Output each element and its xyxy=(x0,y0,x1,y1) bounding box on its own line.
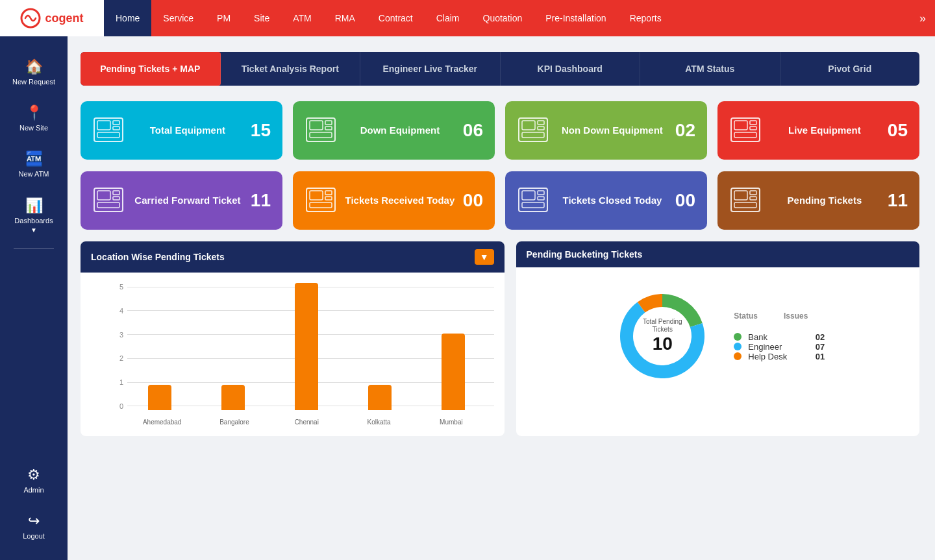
legend-item-bank: Bank 02 xyxy=(734,332,825,342)
sidebar-icon: ↪ xyxy=(28,513,40,530)
svg-rect-14 xyxy=(522,121,535,130)
tab-ticket-analysis-report[interactable]: Ticket Analysis Report xyxy=(221,52,361,86)
svg-rect-23 xyxy=(734,132,756,138)
nav-item-pm[interactable]: PM xyxy=(205,0,242,36)
sidebar-item-new-request[interactable]: 🏠New Request xyxy=(0,49,68,95)
sidebar-item-new-atm[interactable]: 🏧New ATM xyxy=(0,141,68,188)
legend-item-engineer: Engineer 07 xyxy=(734,342,825,352)
nav-item-claim[interactable]: Claim xyxy=(425,0,471,36)
card-label: Tickets Received Today xyxy=(345,195,455,206)
nav-item-quotation[interactable]: Quotation xyxy=(471,0,534,36)
sidebar-bottom: ⚙Admin↪Logout xyxy=(0,457,68,550)
nav-item-rma[interactable]: RMA xyxy=(323,0,367,36)
legend-count: 01 xyxy=(806,352,825,361)
svg-rect-17 xyxy=(522,132,544,138)
bar-group-chennai[interactable] xyxy=(273,283,341,410)
atm-icon xyxy=(729,187,762,214)
stat-card-tickets-received-today[interactable]: Tickets Received Today 00 xyxy=(293,171,495,230)
legend-name: Engineer xyxy=(748,342,800,352)
stat-cards-row1: Total Equipment 15 Down Equipment 06 Non… xyxy=(81,101,919,160)
card-body: Down Equipment xyxy=(360,125,440,136)
bar-group-ahemedabad[interactable] xyxy=(126,283,194,410)
x-label: Ahemedabad xyxy=(126,419,198,426)
bars-container xyxy=(126,283,488,410)
donut-center: Total PendingTickets 10 xyxy=(643,318,682,354)
filter-icon[interactable]: ▼ xyxy=(475,249,494,265)
atm-icon xyxy=(305,117,337,144)
stat-card-non-down-equipment[interactable]: Non Down Equipment 02 xyxy=(505,101,707,160)
stat-card-down-equipment[interactable]: Down Equipment 06 xyxy=(293,101,495,160)
card-label: Pending Tickets xyxy=(788,195,862,206)
x-label: Kolkatta xyxy=(343,419,415,426)
nav-item-site[interactable]: Site xyxy=(242,0,281,36)
legend-status-header: Status xyxy=(734,311,758,321)
tab-kpi-dashboard[interactable]: KPI Dashboard xyxy=(501,52,641,86)
svg-rect-2 xyxy=(97,121,110,130)
bar xyxy=(368,385,392,410)
stat-card-live-equipment[interactable]: Live Equipment 05 xyxy=(717,101,919,160)
sidebar-icon: 📍 xyxy=(25,104,43,121)
y-label: 3 xyxy=(110,331,123,339)
card-value: 15 xyxy=(251,120,271,141)
svg-rect-32 xyxy=(310,191,323,200)
atm-icon xyxy=(92,117,125,144)
sidebar-divider xyxy=(14,248,54,249)
legend-dot xyxy=(734,343,742,350)
card-value: 00 xyxy=(463,190,483,211)
sidebar-icon: 📊 xyxy=(25,197,43,214)
nav-item-service[interactable]: Service xyxy=(151,0,205,36)
sidebar-item-logout[interactable]: ↪Logout xyxy=(0,504,68,550)
sidebar-item-admin[interactable]: ⚙Admin xyxy=(0,457,68,504)
charts-row: Location Wise Pending Tickets ▼ 543210 A… xyxy=(81,241,919,436)
card-value: 11 xyxy=(251,190,271,211)
stat-card-tickets-closed-today[interactable]: Tickets Closed Today 00 xyxy=(505,171,707,230)
donut-center-value: 10 xyxy=(643,334,682,354)
legend-count: 02 xyxy=(806,332,825,342)
bar-chart-header: Location Wise Pending Tickets ▼ xyxy=(81,241,505,273)
nav-item-atm[interactable]: ATM xyxy=(281,0,323,36)
svg-rect-22 xyxy=(750,127,756,130)
legend-name: Bank xyxy=(748,332,800,342)
chevron-down-icon: ▼ xyxy=(31,226,37,234)
stat-card-carried-forward-ticket[interactable]: Carried Forward Ticket 11 xyxy=(81,171,282,230)
bar xyxy=(295,283,318,410)
sidebar-icon: ⚙ xyxy=(27,467,40,483)
tab-pending-tickets-plus-map[interactable]: Pending Tickets + MAP xyxy=(81,52,221,86)
svg-rect-8 xyxy=(310,121,323,130)
donut-area: Total PendingTickets 10 Status Issues Ba… xyxy=(527,278,909,395)
svg-rect-38 xyxy=(522,191,535,200)
logo-text: cogent xyxy=(45,12,83,25)
x-label: Bangalore xyxy=(198,419,270,426)
svg-rect-35 xyxy=(310,202,332,208)
card-value: 02 xyxy=(675,120,695,141)
legend-dot xyxy=(734,333,742,341)
svg-rect-33 xyxy=(325,191,332,195)
atm-icon xyxy=(517,117,549,144)
bar-chart-card: Location Wise Pending Tickets ▼ 543210 A… xyxy=(81,241,505,436)
donut-chart-header: Pending Bucketing Tickets xyxy=(516,241,919,267)
nav-more-button[interactable]: » xyxy=(910,0,935,36)
atm-icon xyxy=(729,117,762,144)
stat-card-pending-tickets[interactable]: Pending Tickets 11 xyxy=(717,171,919,230)
bar-group-bangalore[interactable] xyxy=(199,283,268,410)
top-nav: cogent HomeServicePMSiteATMRMAContractCl… xyxy=(0,0,935,36)
tab-atm-status[interactable]: ATM Status xyxy=(640,52,780,86)
sidebar-item-dashboards[interactable]: 📊Dashboards▼ xyxy=(0,188,68,243)
tab-pivot-grid[interactable]: Pivot Grid xyxy=(780,52,920,86)
svg-rect-21 xyxy=(750,121,756,125)
sidebar-icon: 🏧 xyxy=(25,151,43,167)
nav-item-home[interactable]: Home xyxy=(104,0,151,36)
y-label: 2 xyxy=(110,354,123,362)
legend-header: Status Issues xyxy=(734,311,825,321)
nav-item-pre-installation[interactable]: Pre-Installation xyxy=(534,0,617,36)
bar-group-mumbai[interactable] xyxy=(419,283,488,410)
stat-card-total-equipment[interactable]: Total Equipment 15 xyxy=(81,101,282,160)
tab-engineer-live-tracker[interactable]: Engineer Live Tracker xyxy=(360,52,501,86)
nav-item-reports[interactable]: Reports xyxy=(618,0,673,36)
sidebar-item-new-site[interactable]: 📍New Site xyxy=(0,95,68,141)
nav-item-contract[interactable]: Contract xyxy=(367,0,425,36)
atm-icon xyxy=(517,187,549,214)
bar-group-kolkatta[interactable] xyxy=(346,283,414,410)
legend-name: Help Desk xyxy=(748,352,800,361)
svg-rect-45 xyxy=(750,191,756,195)
